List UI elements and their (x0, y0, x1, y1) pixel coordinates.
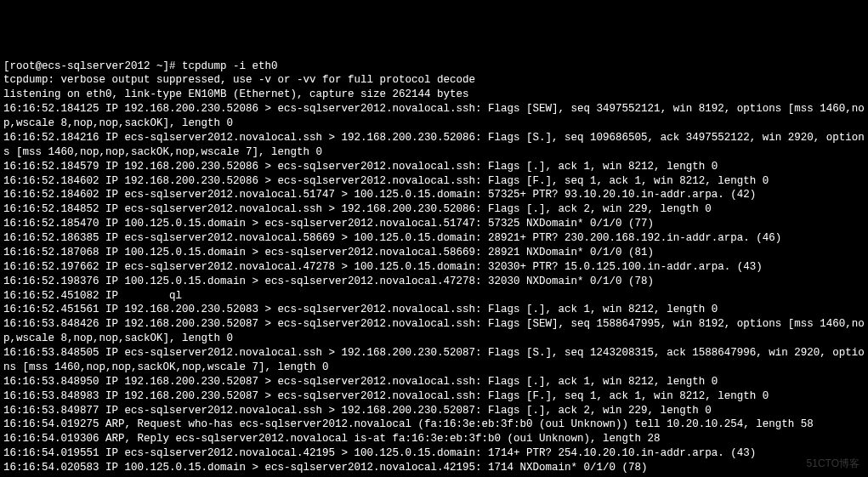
terminal-line: 16:16:53.848505 IP ecs-sqlserver2012.nov… (3, 346, 865, 375)
terminal-line: 16:16:52.187068 IP 100.125.0.15.domain >… (3, 246, 865, 260)
terminal-line: 16:16:52.184602 IP ecs-sqlserver2012.nov… (3, 188, 865, 202)
terminal-line: 16:16:52.184125 IP 192.168.200.230.52086… (3, 102, 865, 131)
terminal-output[interactable]: [root@ecs-sqlserver2012 ~]# tcpdump -i e… (3, 60, 865, 478)
terminal-line: 16:16:52.198376 IP 100.125.0.15.domain >… (3, 275, 865, 289)
terminal-line: 16:16:52.197662 IP ecs-sqlserver2012.nov… (3, 260, 865, 275)
terminal-line: listening on eth0, link-type EN10MB (Eth… (3, 88, 865, 102)
terminal-line: 16:16:52.184852 IP ecs-sqlserver2012.nov… (3, 202, 865, 217)
terminal-line: 16:16:53.848426 IP 192.168.200.230.52087… (3, 317, 865, 346)
terminal-line: 16:16:52.186385 IP ecs-sqlserver2012.nov… (3, 231, 865, 246)
terminal-line: 16:16:53.848950 IP 192.168.200.230.52087… (3, 375, 865, 389)
terminal-line: tcpdump: verbose output suppressed, use … (3, 73, 865, 88)
terminal-line: 16:16:54.019275 ARP, Request who-has ecs… (3, 417, 865, 432)
terminal-line: 16:16:52.184216 IP ecs-sqlserver2012.nov… (3, 131, 865, 160)
terminal-line: 16:16:53.848983 IP 192.168.200.230.52087… (3, 389, 865, 404)
terminal-line: 16:16:54.019551 IP ecs-sqlserver2012.nov… (3, 446, 865, 461)
terminal-line: 16:16:52.451082 IP ql (3, 289, 865, 304)
terminal-line: 16:16:54.019306 ARP, Reply ecs-sqlserver… (3, 432, 865, 446)
terminal-line: 16:16:52.184602 IP 192.168.200.230.52086… (3, 174, 865, 189)
command-prompt-line: [root@ecs-sqlserver2012 ~]# tcpdump -i e… (3, 60, 865, 74)
terminal-line: 16:16:52.184579 IP 192.168.200.230.52086… (3, 160, 865, 174)
terminal-line: 16:16:52.185470 IP 100.125.0.15.domain >… (3, 217, 865, 231)
terminal-line: 16:16:53.849877 IP ecs-sqlserver2012.nov… (3, 404, 865, 418)
terminal-line: 16:16:54.020583 IP 100.125.0.15.domain >… (3, 461, 865, 475)
terminal-line: 16:16:52.451561 IP 192.168.200.230.52083… (3, 303, 865, 317)
watermark: 51CTO博客 (807, 457, 859, 470)
